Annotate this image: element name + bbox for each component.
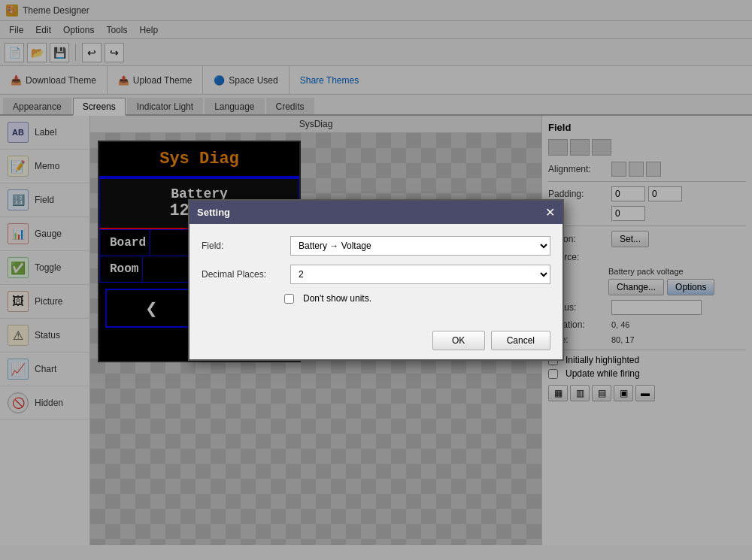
dialog-close-button[interactable]: ✕ — [545, 205, 555, 219]
dialog-title: Setting — [197, 207, 230, 218]
dialog-field-row: Field: Battery → Voltage — [202, 236, 550, 256]
dialog-titlebar: Setting ✕ — [190, 201, 562, 224]
dialog-checkbox-row: Don't show units. — [284, 293, 550, 304]
dialog-decimal-label: Decimal Places: — [202, 269, 284, 280]
cancel-button[interactable]: Cancel — [491, 331, 550, 350]
dialog-overlay: Setting ✕ Field: Battery → Voltage Decim… — [0, 0, 752, 560]
no-units-checkbox[interactable] — [284, 294, 294, 304]
dialog-field-select[interactable]: Battery → Voltage — [290, 236, 550, 256]
dialog-body: Field: Battery → Voltage Decimal Places:… — [190, 224, 562, 325]
dialog-footer: OK Cancel — [190, 325, 562, 359]
dialog-decimal-select[interactable]: 2 — [290, 265, 550, 284]
ok-button[interactable]: OK — [432, 331, 485, 350]
setting-dialog: Setting ✕ Field: Battery → Voltage Decim… — [188, 199, 564, 361]
dialog-field-label: Field: — [202, 241, 284, 251]
no-units-label: Don't show units. — [303, 293, 371, 304]
dialog-decimal-row: Decimal Places: 2 — [202, 265, 550, 284]
